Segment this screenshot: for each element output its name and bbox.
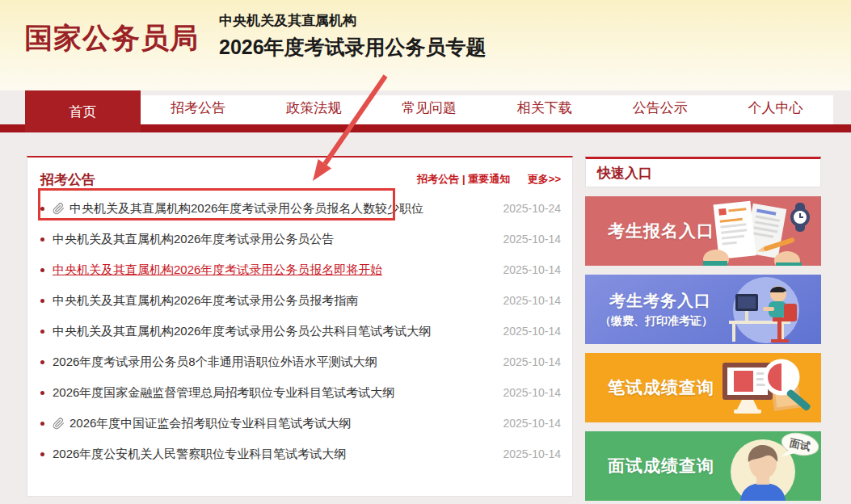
announcement-row: 2026年度国家金融监督管理总局招考职位专业科目笔试考试大纲 2025-10-1…: [40, 377, 561, 408]
announcement-row: 2026年度考试录用公务员8个非通用语职位外语水平测试大纲 2025-10-14: [40, 346, 561, 377]
monitor-magnifier-illustration: [700, 353, 821, 422]
paperclip-icon: [53, 203, 65, 215]
tab-home[interactable]: 首页: [25, 90, 141, 132]
button-label: 笔试成绩查询: [608, 376, 714, 399]
bullet-icon: [40, 207, 44, 211]
announcement-link[interactable]: 中央机关及其直属机构2026年度考试录用公务员报名人数较少职位: [70, 201, 423, 216]
quick-entry-header: 快速入口: [585, 157, 821, 187]
announcement-row: 中央机关及其直属机构2026年度考试录用公务员报名即将开始 2025-10-14: [40, 254, 561, 285]
tab-recruitment-announcements[interactable]: 招考公告: [141, 90, 256, 124]
bullet-icon: [40, 268, 44, 272]
announcement-date: 2025-10-24: [503, 202, 561, 215]
button-label-group: 考生考务入口 （缴费、打印准考证）: [600, 290, 713, 329]
bullet-icon: [40, 452, 44, 456]
page-title-line1: 中央机关及其直属机构: [219, 11, 487, 30]
announcement-link[interactable]: 中央机关及其直属机构2026年度考试录用公务员报考指南: [53, 293, 358, 309]
main-nav: 首页 招考公告 政策法规 常见问题 相关下载 公告公示 个人中心: [0, 90, 851, 132]
announcement-date: 2025-10-14: [503, 355, 561, 368]
announcement-date: 2025-10-14: [503, 386, 561, 399]
announcement-row: 2026年度公安机关人民警察职位专业科目笔试考试大纲 2025-10-14: [40, 439, 561, 469]
tab-faq[interactable]: 常见问题: [372, 90, 487, 124]
announcement-date: 2025-10-14: [503, 294, 561, 307]
button-label: 面试成绩查询: [608, 455, 714, 477]
button-sublabel: （缴费、打印准考证）: [600, 314, 713, 329]
announcement-link[interactable]: 中央机关及其直属机构2026年度考试录用公务员报名即将开始: [53, 262, 382, 278]
quick-entry-title: 快速入口: [597, 164, 652, 183]
announcements-panel: 招考公告 招考公告 | 重要通知 更多>> 中央机关及其直属机构2026年度考试…: [27, 156, 573, 497]
quick-entry-sidebar: 快速入口 考生报名入口: [585, 157, 821, 501]
announcement-row: 中央机关及其直属机构2026年度考试录用公务员公告 2025-10-14: [40, 224, 561, 254]
tab-downloads[interactable]: 相关下载: [487, 90, 602, 124]
site-header: 国家公务员局 中央机关及其直属机构 2026年度考试录用公务员专题: [0, 0, 851, 90]
tab-policies-regulations[interactable]: 政策法规: [256, 90, 372, 124]
announcement-link[interactable]: 2026年度考试录用公务员8个非通用语职位外语水平测试大纲: [53, 355, 377, 370]
bullet-icon: [40, 391, 44, 395]
announcement-list: 中央机关及其直属机构2026年度考试录用公务员报名人数较少职位 2025-10-…: [27, 193, 572, 469]
candidate-exam-affairs-entry-button[interactable]: 考生考务入口 （缴费、打印准考证）: [585, 275, 821, 344]
bullet-icon: [40, 422, 44, 426]
button-label: 考生考务入口: [600, 290, 713, 312]
filter-links[interactable]: 招考公告 | 重要通知: [417, 173, 510, 185]
announcement-row: 中央机关及其直属机构2026年度考试录用公务员公共科目笔试考试大纲 2025-1…: [40, 316, 561, 346]
bullet-icon: [40, 237, 44, 242]
candidate-registration-entry-button[interactable]: 考生报名入口: [585, 196, 821, 266]
page-title: 中央机关及其直属机构 2026年度考试录用公务员专题: [219, 11, 487, 61]
person-at-computer-illustration: [700, 275, 821, 344]
written-exam-score-query-button[interactable]: 笔试成绩查询: [585, 353, 821, 422]
announcement-date: 2025-10-14: [503, 325, 561, 338]
interview-score-query-button[interactable]: 面试成绩查询 面试: [585, 431, 821, 501]
announcement-date: 2025-10-14: [503, 417, 561, 430]
more-link[interactable]: 更多>>: [528, 173, 561, 185]
paperclip-icon: [53, 418, 65, 430]
announcements-header-links: 招考公告 | 重要通知 更多>>: [417, 172, 561, 187]
announcement-date: 2025-10-14: [503, 447, 561, 460]
button-label: 考生报名入口: [608, 220, 714, 242]
announcement-row: 中央机关及其直属机构2026年度考试录用公务员报考指南 2025-10-14: [40, 285, 561, 316]
announcement-date: 2025-10-14: [503, 233, 561, 246]
bullet-icon: [40, 330, 44, 334]
announcements-header: 招考公告 招考公告 | 重要通知 更多>>: [27, 158, 572, 193]
announcement-row: 2026年度中国证监会招考职位专业科目笔试考试大纲 2025-10-14: [40, 408, 561, 439]
announcement-link[interactable]: 2026年度公安机关人民警察职位专业科目笔试考试大纲: [53, 447, 346, 462]
announcement-row: 中央机关及其直属机构2026年度考试录用公务员报名人数较少职位 2025-10-…: [40, 193, 561, 224]
announcement-link[interactable]: 2026年度国家金融监督管理总局招考职位专业科目笔试考试大纲: [53, 385, 394, 401]
page-title-line2: 2026年度考试录用公务员专题: [219, 34, 487, 61]
announcement-link[interactable]: 中央机关及其直属机构2026年度考试录用公务员公告: [53, 232, 334, 247]
page-root: 国家公务员局 中央机关及其直属机构 2026年度考试录用公务员专题 首页 招考公…: [0, 0, 851, 504]
announcement-date: 2025-10-14: [503, 263, 561, 276]
tab-personal-center[interactable]: 个人中心: [718, 90, 833, 124]
site-name: 国家公务员局: [24, 19, 199, 57]
nav-tabs: 首页 招考公告 政策法规 常见问题 相关下载 公告公示 个人中心: [25, 90, 833, 132]
tab-public-notices[interactable]: 公告公示: [602, 90, 718, 124]
bullet-icon: [40, 360, 44, 364]
announcement-link[interactable]: 2026年度中国证监会招考职位专业科目笔试考试大纲: [70, 416, 351, 431]
bullet-icon: [40, 299, 44, 303]
announcements-title: 招考公告: [40, 170, 95, 189]
announcement-link[interactable]: 中央机关及其直属机构2026年度考试录用公务员公共科目笔试考试大纲: [53, 324, 431, 339]
interview-avatar-illustration: 面试: [700, 431, 821, 501]
